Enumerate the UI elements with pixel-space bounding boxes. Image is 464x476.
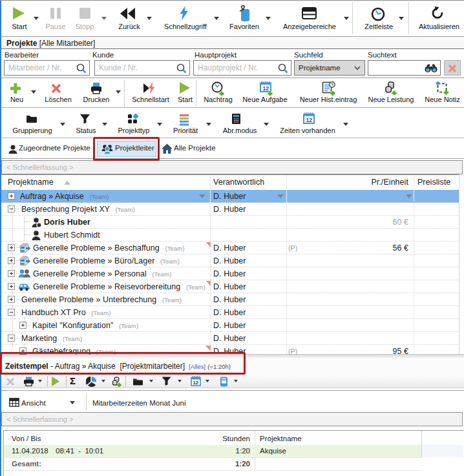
svg-text:12: 12	[306, 117, 313, 123]
svg-text:12: 12	[263, 85, 269, 92]
svg-text:12: 12	[193, 380, 198, 386]
